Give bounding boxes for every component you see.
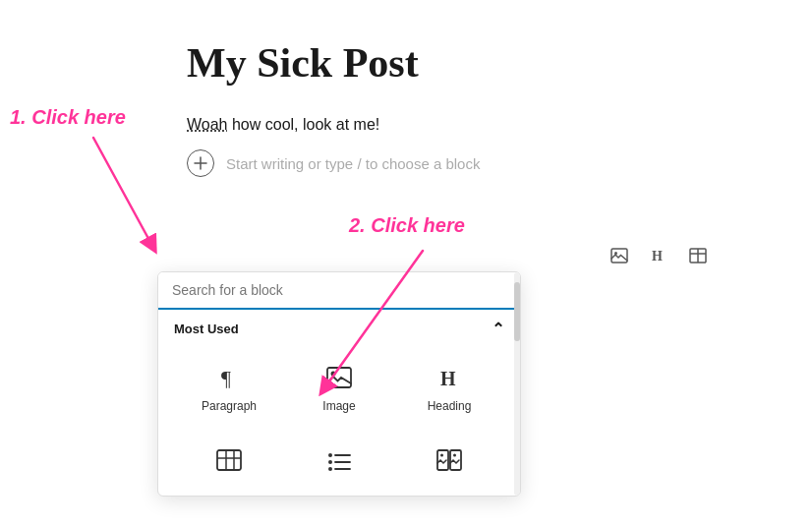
block-search-input[interactable] [158, 272, 520, 310]
image-label: Image [322, 399, 355, 413]
block-grid-row1: ¶ Paragraph Image H Heading [158, 346, 520, 437]
list-block-icon [323, 444, 355, 476]
block-picker: Most Used ⌃ ¶ Paragraph Image [157, 271, 521, 497]
svg-point-17 [328, 460, 332, 464]
post-content: Woah how cool, look at me! [187, 116, 655, 134]
table-block-icon [213, 444, 245, 476]
block-section-header: Most Used ⌃ [158, 310, 520, 346]
heading-block-icon: H [434, 362, 465, 393]
block-inserter-row: Start writing or type / to choose a bloc… [187, 149, 655, 177]
block-item-image[interactable]: Image [284, 354, 394, 421]
content-text: how cool, look at me! [232, 116, 379, 133]
block-item-paragraph[interactable]: ¶ Paragraph [174, 354, 284, 421]
svg-point-25 [453, 454, 456, 457]
post-title: My Sick Post [187, 39, 655, 87]
scrollbar-track [514, 272, 520, 496]
block-item-list[interactable] [284, 437, 394, 484]
block-item-table[interactable] [174, 437, 284, 484]
block-placeholder: Start writing or type / to choose a bloc… [226, 155, 655, 172]
svg-point-24 [440, 454, 443, 457]
annotation-click-2: 2. Click here [349, 214, 465, 237]
scrollbar-thumb[interactable] [514, 282, 520, 341]
svg-rect-12 [217, 450, 241, 470]
collapse-icon[interactable]: ⌃ [492, 320, 504, 338]
svg-text:H: H [440, 368, 456, 389]
gallery-block-icon [434, 444, 465, 476]
block-item-gallery[interactable] [394, 437, 504, 484]
svg-point-16 [328, 453, 332, 457]
paragraph-icon: ¶ [213, 362, 245, 393]
toolbar-table-icon[interactable] [682, 240, 714, 271]
image-block-icon [323, 362, 355, 393]
svg-text:¶: ¶ [221, 366, 231, 390]
block-item-heading[interactable]: H Heading [394, 354, 504, 421]
toolbar-heading-icon[interactable]: H [643, 240, 674, 271]
svg-text:H: H [652, 249, 663, 264]
svg-rect-9 [327, 368, 351, 387]
content-underline: Woah [187, 116, 228, 133]
add-block-button[interactable] [187, 149, 214, 177]
toolbar-image-icon[interactable] [604, 240, 635, 271]
toolbar-icons: H [604, 240, 714, 271]
most-used-label: Most Used [174, 322, 239, 336]
block-grid-row2 [158, 437, 520, 496]
heading-label: Heading [428, 399, 472, 413]
click2-text: 2. Click here [349, 214, 465, 236]
svg-point-18 [328, 467, 332, 471]
paragraph-label: Paragraph [202, 399, 257, 413]
